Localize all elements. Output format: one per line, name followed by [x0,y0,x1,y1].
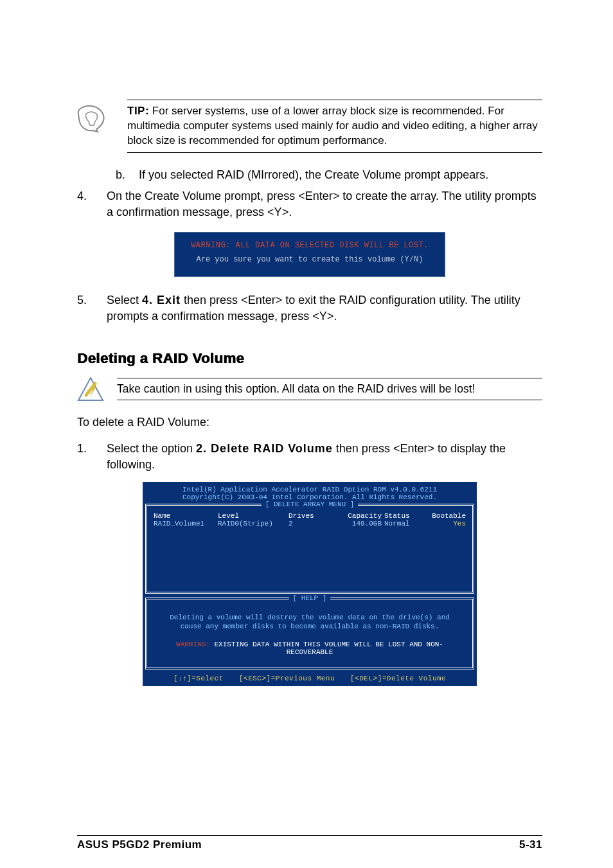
bios-frame-title-text: [ DELETE ARRAY MENU ] [262,500,359,508]
key-select: [↓↑]=Select [173,675,224,682]
cell-drives: 2 [289,520,327,527]
step-b: b. If you selected RAID (MIrrored), the … [77,167,542,183]
key-delete: [<DEL>]=Delete Volume [350,675,446,682]
bios-keys: [↓↑]=Select[<ESC>]=Previous Menu[<DEL>]=… [143,671,477,685]
step-5-marker: 5. [77,292,91,324]
bios-help-frame: [ HELP ] Deleting a volume will destroy … [145,598,474,669]
col-name: Name [154,512,218,520]
page-footer: ASUS P5GD2 Premium 5-31 [77,835,542,851]
bios-screen: Intel(R) Application Accelerator RAID Op… [143,482,477,686]
section-title: Deleting a RAID Volume [77,350,542,367]
col-drives: Drives [289,512,327,520]
confirm-box-wrap: WARNING: ALL DATA ON SELECTED DISK WILL … [77,232,542,276]
tip-content: For server systems, use of a lower array… [127,105,538,146]
lightbulb-icon [77,105,107,134]
step-b-text: If you selected RAID (MIrrored), the Cre… [139,167,542,183]
col-bootable: Bootable [429,512,466,520]
step-5-text: Select 4. Exit then press <Enter> to exi… [107,292,542,324]
help-warning-text: EXISTING DATA WITHIN THIS VOLUME WILL BE… [210,641,443,656]
step-5-pre: Select [107,294,142,306]
key-previous: [<ESC>]=Previous Menu [239,675,335,682]
col-capacity: Capacity [327,512,384,520]
cell-capacity: 149.0GB [327,520,384,527]
tip-block: TIP: For server systems, use of a lower … [77,100,542,153]
bios-table-row: RAID_Volume1 RAID0(Stripe) 2 149.0GB Nor… [154,520,466,527]
tip-text: TIP: For server systems, use of a lower … [127,104,542,148]
cell-level: RAID0(Stripe) [218,520,289,527]
step-4: 4. On the Create Volume prompt, press <E… [77,188,542,220]
confirm-box: WARNING: ALL DATA ON SELECTED DISK WILL … [174,232,445,276]
delete-step-1-text: Select the option 2. Delete RAID Volume … [107,441,542,473]
col-status: Status [384,512,429,520]
caution-text: Take caution in using this option. All d… [117,382,542,396]
help-warning: WARNING: EXISTING DATA WITHIN THIS VOLUM… [155,641,465,656]
help-warning-label: WARNING: [176,641,210,648]
bios-help-title: [ HELP ] [147,594,472,602]
delete-step-1-marker: 1. [77,441,91,473]
bios-frame-title: [ DELETE ARRAY MENU ] [147,500,472,508]
delete-step-1-bold: 2. Delete RAID Volume [196,442,333,455]
help-line-2: cause any member disks to become availab… [155,623,465,630]
cell-status: Normal [384,520,429,527]
bios-table-header: Name Level Drives Capacity Status Bootab… [154,512,466,520]
bios-main-frame: [ DELETE ARRAY MENU ] Name Level Drives … [145,504,474,594]
page: TIP: For server systems, use of a lower … [0,0,613,868]
bios-header-line1: Intel(R) Application Accelerator RAID Op… [148,486,472,493]
cell-name: RAID_Volume1 [154,520,218,527]
tip-label: TIP: [127,105,149,117]
tip-body: TIP: For server systems, use of a lower … [127,100,542,153]
footer-product: ASUS P5GD2 Premium [77,838,202,851]
col-level: Level [218,512,289,520]
step-5: 5. Select 4. Exit then press <Enter> to … [77,292,542,324]
step-4-marker: 4. [77,188,91,220]
confirm-question: Are you sure you want to create this vol… [188,253,432,267]
confirm-warning: WARNING: ALL DATA ON SELECTED DISK WILL … [188,239,432,253]
cell-bootable: Yes [429,520,466,527]
bios-help-title-text: [ HELP ] [289,594,331,602]
step-b-marker: b. [116,167,127,183]
caution-block: Take caution in using this option. All d… [77,376,542,403]
help-line-1: Deleting a volume will destroy the volum… [155,614,465,621]
caution-body: Take caution in using this option. All d… [117,378,542,400]
delete-step-1: 1. Select the option 2. Delete RAID Volu… [77,441,542,473]
step-5-bold: 4. Exit [142,294,181,306]
delete-intro: To delete a RAID Volume: [77,416,542,429]
step-4-text: On the Create Volume prompt, press <Ente… [107,188,542,220]
content: b. If you selected RAID (MIrrored), the … [77,167,542,687]
warning-icon [77,376,104,403]
footer-page-number: 5-31 [519,838,542,851]
delete-step-1-pre: Select the option [107,442,196,455]
